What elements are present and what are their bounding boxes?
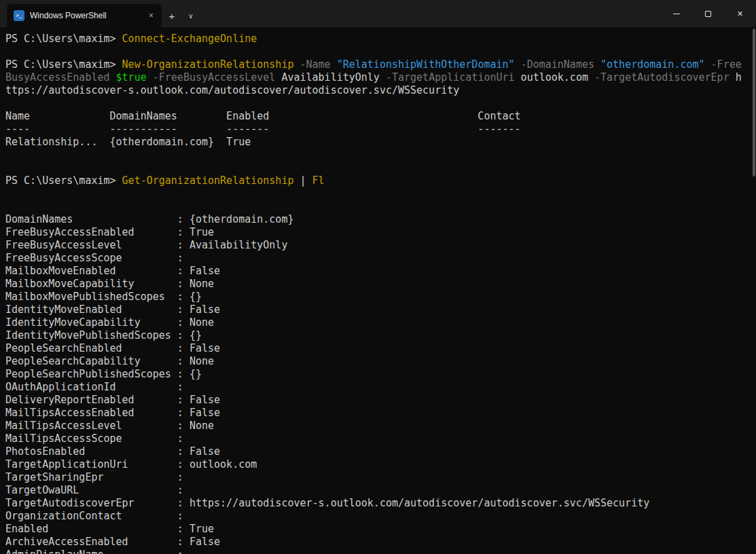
- titlebar-drag-area[interactable]: [200, 0, 660, 27]
- property-line: OrganizationContact :: [5, 510, 751, 523]
- property-line: PhotosEnabled : False: [5, 445, 751, 458]
- terminal-line: [5, 149, 751, 162]
- property-line: MailboxMoveCapability : None: [5, 278, 751, 291]
- terminal-output[interactable]: PS C:\Users\maxim> Connect-ExchangeOnlin…: [0, 27, 756, 554]
- terminal-line: [5, 162, 751, 174]
- maximize-button[interactable]: [692, 0, 724, 27]
- property-line: ArchiveAccessEnabled : False: [5, 536, 751, 549]
- command-line: BusyAccessEnabled $true -FreeBusyAccessL…: [5, 71, 751, 84]
- new-tab-button[interactable]: +: [162, 4, 182, 27]
- table-line: Relationship... {otherdomain.com} True: [5, 136, 751, 149]
- maximize-icon: [705, 11, 711, 17]
- property-line: AdminDisplayName :: [5, 549, 751, 554]
- powershell-icon: >_: [14, 10, 24, 21]
- property-line: TargetApplicationUri : outlook.com: [5, 458, 751, 471]
- property-line: FreeBusyAccessEnabled : True: [5, 226, 751, 239]
- property-line: FreeBusyAccessScope :: [5, 252, 751, 265]
- tab-close-icon[interactable]: ×: [146, 11, 156, 20]
- property-line: PeopleSearchPublishedScopes : {}: [5, 368, 751, 381]
- terminal-line: [5, 200, 751, 213]
- table-line: ---- ----------- ------- -------: [5, 123, 751, 136]
- property-line: MailTipsAccessEnabled : False: [5, 407, 751, 420]
- property-line: PeopleSearchCapability : None: [5, 355, 751, 368]
- scrollbar[interactable]: [751, 27, 756, 554]
- property-line: FreeBusyAccessLevel : AvailabilityOnly: [5, 239, 751, 252]
- property-line: TargetSharingEpr :: [5, 471, 751, 484]
- close-icon: ×: [737, 8, 742, 19]
- tab-title: Windows PowerShell: [30, 11, 141, 20]
- property-line: IdentityMoveCapability : None: [5, 316, 751, 329]
- property-line: IdentityMovePublishedScopes : {}: [5, 329, 751, 342]
- property-line: MailTipsAccessScope :: [5, 432, 751, 445]
- minimize-button[interactable]: [660, 0, 692, 27]
- property-line: DeliveryReportEnabled : False: [5, 394, 751, 407]
- property-line: Enabled : True: [5, 523, 751, 536]
- command-line: ttps://autodiscover-s.outlook.com/autodi…: [5, 84, 751, 97]
- property-line: MailboxMovePublishedScopes : {}: [5, 291, 751, 303]
- terminal-line: [5, 187, 751, 200]
- terminal-line: [5, 45, 751, 58]
- property-line: TargetOwaURL :: [5, 484, 751, 497]
- terminal-window: >_ Windows PowerShell × + ∨ × PS C:\User…: [0, 0, 756, 554]
- scrollbar-thumb[interactable]: [753, 29, 755, 177]
- property-line: TargetAutodiscoverEpr : https://autodisc…: [5, 497, 751, 510]
- property-line: OAuthApplicationId :: [5, 381, 751, 394]
- command-line: PS C:\Users\maxim> Get-OrganizationRelat…: [5, 174, 751, 187]
- powershell-icon-glyph: >_: [16, 13, 22, 18]
- property-line: IdentityMoveEnabled : False: [5, 303, 751, 316]
- table-line: Name DomainNames Enabled Contact: [5, 110, 751, 123]
- property-line: DomainNames : {otherdomain.com}: [5, 213, 751, 226]
- command-line: PS C:\Users\maxim> New-OrganizationRelat…: [5, 58, 751, 71]
- tab-windows-powershell[interactable]: >_ Windows PowerShell ×: [7, 4, 162, 27]
- property-line: PeopleSearchEnabled : False: [5, 342, 751, 355]
- property-line: MailboxMoveEnabled : False: [5, 265, 751, 278]
- titlebar: >_ Windows PowerShell × + ∨ ×: [0, 0, 756, 27]
- tab-dropdown-chevron-icon[interactable]: ∨: [182, 4, 200, 27]
- close-button[interactable]: ×: [724, 0, 756, 27]
- minimize-icon: [673, 14, 680, 14]
- terminal-lines: PS C:\Users\maxim> Connect-ExchangeOnlin…: [5, 33, 751, 554]
- property-line: MailTipsAccessLevel : None: [5, 420, 751, 432]
- terminal-line: [5, 97, 751, 110]
- command-line: PS C:\Users\maxim> Connect-ExchangeOnlin…: [5, 33, 751, 45]
